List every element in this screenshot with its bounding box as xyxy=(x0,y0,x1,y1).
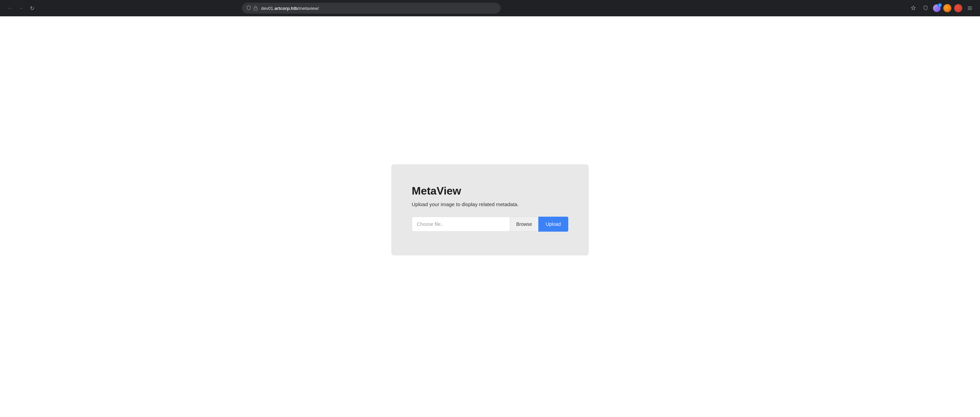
upload-card: MetaView Upload your image to display re… xyxy=(391,164,589,255)
back-button[interactable]: ← xyxy=(5,3,15,13)
address-bar[interactable]: dev01.artcorp.htb/metaview/ xyxy=(242,3,501,14)
address-text: dev01.artcorp.htb/metaview/ xyxy=(261,6,496,11)
address-bar-icons xyxy=(246,5,258,11)
url-path: /metaview/ xyxy=(298,6,319,11)
shield-icon xyxy=(246,5,251,11)
forward-button[interactable]: → xyxy=(16,3,26,13)
browse-button[interactable]: Browse xyxy=(510,217,538,231)
shield-button[interactable] xyxy=(921,3,930,13)
url-domain: artcorp.htb xyxy=(274,6,298,11)
page-subtitle: Upload your image to display related met… xyxy=(412,201,568,207)
file-input-placeholder: Choose file.. xyxy=(417,222,443,227)
url-prefix: dev01. xyxy=(261,6,274,11)
toolbar-right: 2 xyxy=(908,3,975,13)
nav-buttons: ← → ↻ xyxy=(5,3,37,13)
notification-badge: 2 xyxy=(938,3,942,7)
star-icon xyxy=(911,5,916,11)
browser-toolbar: ← → ↻ dev01.artcorp.htb/metaview/ xyxy=(0,0,980,16)
shield-toolbar-icon xyxy=(923,5,928,11)
upload-button[interactable]: Upload xyxy=(538,217,568,231)
profile-avatar: 2 xyxy=(933,5,940,12)
menu-button[interactable] xyxy=(965,3,975,13)
lock-icon xyxy=(253,5,258,11)
page-content: MetaView Upload your image to display re… xyxy=(0,16,980,417)
svg-rect-0 xyxy=(254,8,257,10)
page-title: MetaView xyxy=(412,185,568,197)
user-avatar-1[interactable] xyxy=(943,4,951,12)
bookmark-button[interactable] xyxy=(908,3,918,13)
hamburger-icon xyxy=(967,5,972,11)
file-input-display: Choose file.. xyxy=(412,217,510,231)
reload-button[interactable]: ↻ xyxy=(27,3,37,13)
profile-badge-container[interactable]: 2 xyxy=(933,5,940,12)
upload-form: Choose file.. Browse Upload xyxy=(412,217,568,231)
user-avatar-2[interactable] xyxy=(954,4,962,12)
address-bar-container: dev01.artcorp.htb/metaview/ xyxy=(242,3,501,14)
